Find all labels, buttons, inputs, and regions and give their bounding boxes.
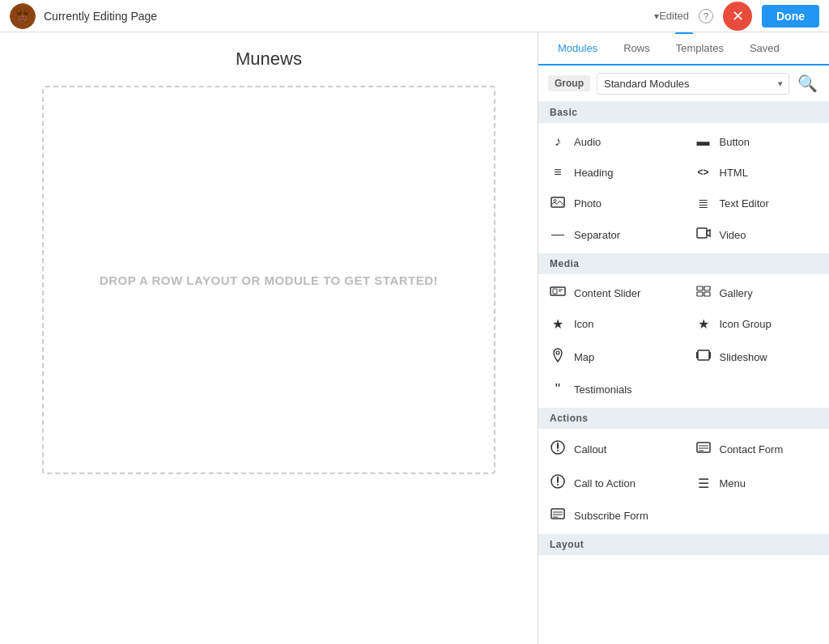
section-header-basic: Basic bbox=[538, 102, 829, 123]
logo-image bbox=[10, 3, 36, 29]
page-title-canvas: Munews bbox=[236, 49, 302, 70]
modules-list: Basic ♪ Audio ▬ Button ≡ Heading <> HTML bbox=[538, 102, 829, 644]
module-text-editor-label: Text Editor bbox=[720, 197, 769, 210]
call-to-action-icon bbox=[550, 474, 566, 492]
svg-rect-8 bbox=[551, 197, 564, 207]
svg-rect-22 bbox=[709, 352, 711, 358]
canvas-area: Munews DROP A ROW LAYOUT OR MODULE TO GE… bbox=[0, 32, 538, 644]
tab-templates[interactable]: Templates bbox=[663, 32, 737, 66]
module-menu-label: Menu bbox=[720, 477, 746, 489]
photo-icon bbox=[550, 197, 566, 211]
svg-point-25 bbox=[557, 450, 559, 451]
module-heading[interactable]: ≡ Heading bbox=[538, 157, 684, 188]
callout-icon bbox=[550, 440, 566, 458]
panel-tabs: Modules Rows Templates Saved bbox=[538, 32, 829, 66]
module-audio[interactable]: ♪ Audio bbox=[538, 126, 684, 157]
module-gallery-label: Gallery bbox=[720, 287, 753, 299]
module-content-slider-label: Content Slider bbox=[574, 287, 640, 299]
menu-icon: ☰ bbox=[695, 476, 712, 491]
module-separator-label: Separator bbox=[574, 229, 620, 241]
gallery-icon bbox=[695, 286, 712, 300]
text-editor-icon: ≣ bbox=[695, 196, 712, 211]
audio-icon: ♪ bbox=[550, 134, 566, 149]
edited-label: Edited bbox=[659, 10, 689, 22]
module-contact-form-label: Contact Form bbox=[720, 443, 784, 455]
media-modules-grid: Content Slider Gallery ★ Icon ★ Icon Gro… bbox=[538, 274, 829, 408]
logo bbox=[10, 3, 36, 29]
group-label: Group bbox=[548, 75, 590, 91]
map-icon bbox=[550, 348, 566, 366]
icon-module-icon: ★ bbox=[550, 316, 566, 332]
video-icon bbox=[695, 227, 712, 242]
tab-modules[interactable]: Modules bbox=[545, 32, 610, 66]
module-subscribe-form-label: Subscribe Form bbox=[574, 510, 648, 522]
module-callout-label: Callout bbox=[574, 443, 606, 455]
module-button-label: Button bbox=[720, 136, 750, 148]
basic-modules-grid: ♪ Audio ▬ Button ≡ Heading <> HTML bbox=[538, 123, 829, 253]
svg-point-4 bbox=[20, 17, 22, 19]
module-icon-group[interactable]: ★ Icon Group bbox=[684, 308, 830, 340]
svg-point-9 bbox=[554, 199, 556, 201]
module-icon[interactable]: ★ Icon bbox=[538, 308, 684, 340]
group-select[interactable]: Standard Modules Custom Modules bbox=[597, 73, 789, 95]
svg-rect-21 bbox=[696, 352, 698, 358]
svg-rect-18 bbox=[704, 292, 710, 296]
module-video[interactable]: Video bbox=[684, 219, 830, 250]
module-testimonials-label: Testimonials bbox=[574, 383, 632, 396]
module-subscribe-form[interactable]: Subscribe Form bbox=[538, 500, 684, 531]
module-button[interactable]: ▬ Button bbox=[684, 126, 830, 157]
module-audio-label: Audio bbox=[574, 136, 601, 148]
top-bar: Currently Editing Page ▾ Edited ? ✕ Done bbox=[0, 0, 829, 32]
content-slider-icon bbox=[550, 286, 566, 300]
drop-zone[interactable]: DROP A ROW LAYOUT OR MODULE TO GET START… bbox=[42, 86, 495, 474]
svg-rect-15 bbox=[697, 286, 703, 290]
drop-zone-text: DROP A ROW LAYOUT OR MODULE TO GET START… bbox=[100, 273, 438, 287]
module-map[interactable]: Map bbox=[538, 340, 684, 374]
page-title: Currently Editing Page bbox=[44, 10, 648, 23]
html-icon: <> bbox=[695, 167, 712, 178]
module-photo-label: Photo bbox=[574, 197, 602, 210]
module-heading-label: Heading bbox=[574, 167, 613, 179]
svg-point-6 bbox=[16, 8, 21, 12]
tab-rows[interactable]: Rows bbox=[610, 32, 663, 66]
module-icon-group-label: Icon Group bbox=[720, 318, 772, 330]
svg-point-19 bbox=[556, 351, 559, 354]
actions-modules-grid: Callout Contact Form Call to Action ☰ bbox=[538, 429, 829, 534]
module-photo[interactable]: Photo bbox=[538, 188, 684, 219]
svg-point-5 bbox=[23, 17, 25, 19]
module-gallery[interactable]: Gallery bbox=[684, 278, 830, 308]
module-separator[interactable]: — Separator bbox=[538, 219, 684, 250]
module-menu[interactable]: ☰ Menu bbox=[684, 466, 830, 500]
module-callout[interactable]: Callout bbox=[538, 432, 684, 466]
module-map-label: Map bbox=[574, 351, 594, 363]
module-call-to-action[interactable]: Call to Action bbox=[538, 466, 684, 500]
main-content: Munews DROP A ROW LAYOUT OR MODULE TO GE… bbox=[0, 32, 829, 644]
module-contact-form[interactable]: Contact Form bbox=[684, 432, 830, 466]
close-button[interactable]: ✕ bbox=[723, 2, 752, 31]
section-header-actions: Actions bbox=[538, 408, 829, 429]
section-header-layout: Layout bbox=[538, 534, 829, 555]
search-icon: 🔍 bbox=[797, 74, 818, 92]
testimonials-icon: " bbox=[550, 382, 566, 396]
section-header-media: Media bbox=[538, 253, 829, 274]
button-icon: ▬ bbox=[695, 134, 712, 149]
separator-icon: — bbox=[550, 227, 566, 242]
module-content-slider[interactable]: Content Slider bbox=[538, 278, 684, 308]
module-slideshow-label: Slideshow bbox=[720, 351, 767, 363]
module-testimonials[interactable]: " Testimonials bbox=[538, 374, 684, 405]
tab-saved[interactable]: Saved bbox=[737, 32, 793, 66]
module-html[interactable]: <> HTML bbox=[684, 157, 830, 188]
slideshow-icon bbox=[695, 350, 712, 364]
svg-point-32 bbox=[557, 484, 559, 485]
subscribe-form-icon bbox=[550, 508, 566, 523]
help-icon[interactable]: ? bbox=[699, 9, 713, 23]
svg-rect-20 bbox=[698, 350, 709, 360]
group-selector: Group Standard Modules Custom Modules ▾ … bbox=[538, 66, 829, 102]
modules-panel: Modules Rows Templates Saved Group Stand… bbox=[538, 32, 829, 644]
close-icon: ✕ bbox=[732, 7, 744, 25]
module-text-editor[interactable]: ≣ Text Editor bbox=[684, 188, 830, 219]
module-slideshow[interactable]: Slideshow bbox=[684, 340, 830, 374]
svg-rect-10 bbox=[697, 228, 707, 238]
done-button[interactable]: Done bbox=[762, 5, 819, 28]
search-button[interactable]: 🔍 bbox=[796, 72, 819, 95]
